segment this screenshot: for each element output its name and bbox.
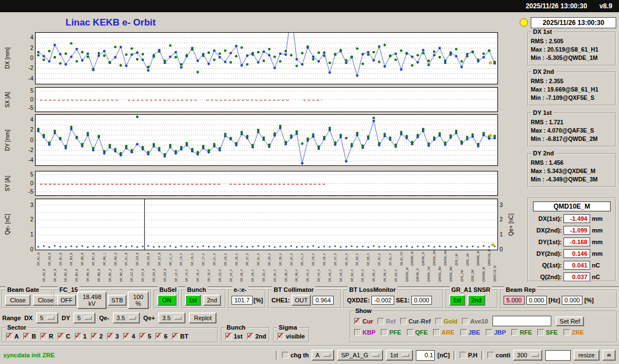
checkbox-zre[interactable]: ZRE [563,329,584,336]
checkbox-4[interactable]: 4 [123,333,135,340]
bpm-label: SP_32_4 [262,269,265,282]
bpm-label: SP_18_4 [207,269,210,282]
checkbox-jbp[interactable]: JBP [486,329,506,336]
checkbox-box[interactable] [139,333,146,340]
range-dy-value: 5 [77,315,80,321]
screenshot-button[interactable] [602,350,616,361]
checkbox-ref[interactable]: Ref [378,318,396,325]
ph-checkbox-box[interactable] [460,352,466,358]
checkbox-box[interactable] [407,329,414,336]
monitor-row: Q(2nd):0.037nC [531,272,600,281]
bunch-1st-button[interactable]: 1st [185,295,201,306]
checkbox-box[interactable] [433,329,440,336]
checkbox-box[interactable] [247,333,254,340]
checkbox-box[interactable] [354,329,361,336]
replot-button[interactable]: Replot [189,312,217,323]
checkbox-box[interactable] [75,333,82,340]
checkbox-are[interactable]: ARE [433,329,454,336]
bpm-label: SP_14_4 [185,269,188,282]
ref-name-input[interactable] [492,316,551,326]
checkbox-1st[interactable]: 1st [225,333,243,340]
checkbox-box[interactable] [225,333,232,340]
checkbox-box[interactable] [123,333,130,340]
checkbox-gold[interactable]: Gold [435,318,457,325]
fc15-off-button[interactable]: OFF [57,295,76,306]
chg-th-checkbox[interactable]: chg th [282,352,309,358]
checkbox-pfe[interactable]: PFE [381,329,401,336]
set-ref-button[interactable]: Set Ref [556,316,584,326]
checkbox-3[interactable]: 3 [107,333,119,340]
checkbox-kbp[interactable]: KBP [354,329,375,336]
range-qe-plus-select[interactable]: 3.5 [158,312,185,323]
checkbox-cur-ref[interactable]: Cur-Ref [400,318,431,325]
bunch-number-select[interactable]: 1st [386,350,413,361]
checkbox-box[interactable] [537,329,544,336]
checkbox-box[interactable] [6,333,13,340]
checkbox-box[interactable] [378,318,384,325]
sector-legend: Sector [6,324,28,331]
bpm-select[interactable]: SP_A1_G [337,350,383,361]
checkbox-visible[interactable]: visible [278,333,305,340]
checkbox-box[interactable] [462,318,469,325]
checkbox-qfe[interactable]: QFE [407,329,428,336]
range-dx-select[interactable]: 5 [36,312,58,323]
range-qe-minus-select[interactable]: 3.5 [113,312,140,323]
checkbox-box[interactable] [435,318,442,325]
tick-label: 0 [20,55,33,61]
checkbox-box[interactable] [278,333,284,340]
che1-out-button[interactable]: OUT [291,295,311,306]
stat-max: Max : 4.070@QAF3E_S [531,127,615,135]
checkbox-box[interactable] [400,318,407,325]
checkbox-box[interactable] [354,318,361,325]
tick-label: -5 [20,189,33,195]
gr-snsr-2nd-button[interactable]: 2nd [467,295,485,306]
checkbox-box[interactable] [563,329,570,336]
checkbox-box[interactable] [23,333,30,340]
busel-on-button[interactable]: ON [157,295,177,306]
checkbox-box[interactable] [91,333,98,340]
checkbox-sfe[interactable]: SFE [537,329,557,336]
checkbox-cur[interactable]: Cur [354,318,373,325]
ph-checkbox[interactable]: P.H [460,352,477,358]
chart-dx: DX [mm]420-2-4 [0,32,519,84]
sector-select[interactable]: A [311,350,334,361]
checkbox-a[interactable]: A [6,333,19,340]
checkbox-label: ZRE [572,329,584,336]
checkbox-b[interactable]: B [23,333,36,340]
fc15-stb-button[interactable]: STB [108,295,126,306]
checkbox-rfe[interactable]: RFE [511,329,532,336]
checkbox-r[interactable]: R [41,333,53,340]
conti-checkbox-box[interactable] [487,352,494,358]
checkbox-box[interactable] [381,329,387,336]
chg-th-checkbox-box[interactable] [282,352,289,358]
resize-button[interactable]: resize [573,350,600,361]
checkbox-ave10[interactable]: Ave10 [462,318,488,325]
range-dy-select[interactable]: 5 [73,312,95,323]
monitor-row-unit: nC [592,262,600,269]
checkbox-2nd[interactable]: 2nd [247,333,266,340]
bunch-2nd-button[interactable]: 2nd [203,295,221,306]
checkbox-box[interactable] [511,329,518,336]
beam-gate-close-1-button[interactable]: Close [5,295,31,306]
bpm-label: QXD2E_M [405,267,409,282]
checkbox-2[interactable]: 2 [91,333,103,340]
conti-checkbox[interactable]: conti [487,352,510,358]
checkbox-bt[interactable]: BT [172,333,189,340]
gr-snsr-1st-button[interactable]: 1st [449,295,465,306]
checkbox-6[interactable]: 6 [155,333,167,340]
threshold-input[interactable] [416,350,435,361]
checkbox-box[interactable] [107,333,114,340]
bpm-label: SP_B2_9 [64,269,67,282]
aux-input[interactable] [545,350,571,361]
checkbox-box[interactable] [58,333,64,340]
checkbox-jbe[interactable]: JBE [460,329,480,336]
checkbox-box[interactable] [172,333,179,340]
checkbox-c[interactable]: C [58,333,71,340]
interval-select[interactable]: 300 [513,350,542,361]
checkbox-box[interactable] [155,333,162,340]
checkbox-1[interactable]: 1 [75,333,87,340]
checkbox-box[interactable] [486,329,492,336]
checkbox-box[interactable] [41,333,47,340]
checkbox-box[interactable] [460,329,467,336]
checkbox-5[interactable]: 5 [139,333,151,340]
